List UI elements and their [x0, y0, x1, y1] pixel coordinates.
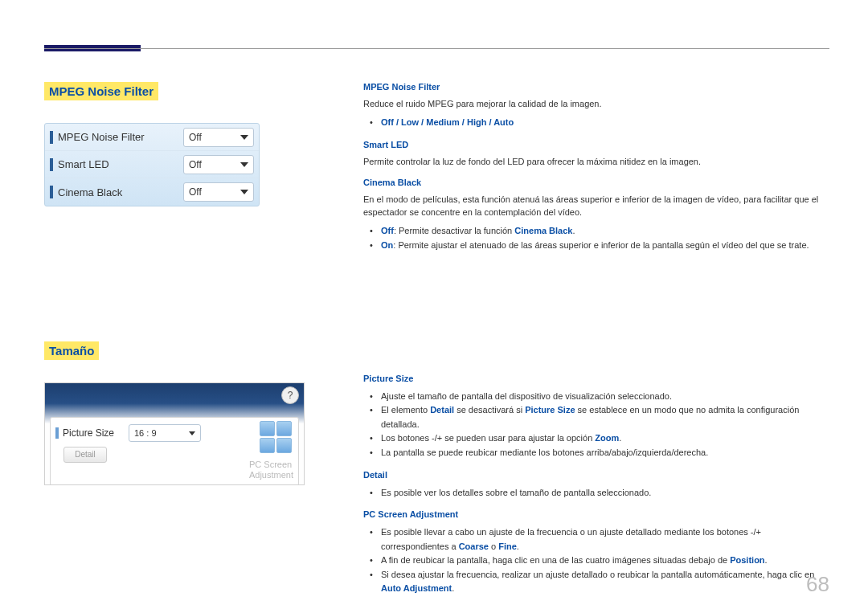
section-title-mpeg: MPEG Noise Filter: [44, 82, 158, 100]
left-column: MPEG Noise Filter MPEG Noise Filter Off …: [44, 82, 317, 485]
mpeg-options-list: Off / Low / Medium / High / Auto: [363, 116, 829, 130]
page-number: 68: [806, 572, 829, 597]
t: El elemento: [381, 405, 430, 415]
opt-on-label: On: [381, 240, 393, 250]
list-item: Off: Permite desactivar la función Cinem…: [381, 224, 829, 239]
t: Es posible llevar a cabo un ajuste de la…: [381, 527, 761, 551]
position-grid[interactable]: [260, 421, 292, 453]
chevron-down-icon: [240, 162, 248, 167]
t-coarse: Coarse: [459, 541, 489, 551]
desc-smartled: Permite controlar la luz de fondo del LE…: [363, 156, 829, 169]
position-cell[interactable]: [260, 421, 275, 436]
pcadj-list: Es posible llevar a cabo un ajuste de la…: [363, 525, 829, 596]
heading-picsize: Picture Size: [363, 374, 829, 383]
heading-pcadj: PC Screen Adjustment: [363, 509, 829, 519]
detail-button[interactable]: Detail: [63, 447, 107, 463]
row-label: MPEG Noise Filter: [58, 131, 183, 143]
mpeg-dropdown[interactable]: Off: [183, 128, 254, 147]
t: o: [489, 541, 498, 551]
chevron-down-icon: [189, 431, 195, 435]
row-bar-icon: [50, 158, 53, 171]
list-item: La pantalla se puede reubicar mediante l…: [381, 446, 829, 460]
list-item: On: Permite ajustar el atenuado de las á…: [381, 239, 829, 253]
panel-row-smartled: Smart LED Off: [45, 151, 259, 178]
desc-mpeg: Reduce el ruido MPEG para mejorar la cal…: [363, 98, 829, 111]
list-item: Los botones -/+ se pueden usar para ajus…: [381, 431, 829, 446]
tamano-inner: Picture Size 16 : 9 Detail PC Screen Adj…: [50, 417, 299, 485]
picsize-list: Ajuste el tamaño de pantalla del disposi…: [363, 390, 829, 460]
opt-off-label: Off: [381, 226, 394, 235]
list-item: Off / Low / Medium / High / Auto: [381, 116, 829, 130]
heading-cinema: Cinema Black: [363, 178, 829, 187]
dropdown-value: Off: [189, 186, 202, 198]
list-item: A fin de reubicar la pantalla, haga clic…: [381, 554, 829, 568]
row-label: Smart LED: [58, 158, 183, 170]
desc-cinema: En el modo de películas, esta función at…: [363, 194, 829, 219]
chevron-down-icon: [240, 135, 248, 140]
t-zoom: Zoom: [595, 433, 619, 443]
help-icon[interactable]: ?: [281, 386, 299, 404]
t-fine: Fine: [498, 541, 517, 551]
position-cell[interactable]: [276, 421, 292, 436]
opt-off-feature: Cinema Black: [514, 226, 572, 235]
position-cell[interactable]: [276, 438, 292, 453]
heading-mpeg: MPEG Noise Filter: [363, 82, 829, 92]
panel-row-cinema: Cinema Black Off: [45, 178, 259, 206]
t: Si desea ajustar la frecuencia, realizar…: [381, 570, 814, 579]
picture-size-label: Picture Size: [63, 427, 129, 439]
list-item: Ajuste el tamaño de pantalla del disposi…: [381, 390, 829, 404]
chevron-down-icon: [240, 190, 248, 194]
right-block-tamano: Picture Size Ajuste el tamaño de pantall…: [363, 374, 829, 597]
detail-list: Es posible ver los detalles sobre el tam…: [363, 486, 829, 501]
opt-off-text: : Permite desactivar la función: [394, 226, 514, 235]
t-position: Position: [730, 555, 764, 565]
dropdown-value: 16 : 9: [134, 428, 157, 438]
t: A fin de reubicar la pantalla, haga clic…: [381, 555, 730, 565]
smartled-dropdown[interactable]: Off: [183, 155, 254, 174]
mpeg-panel: MPEG Noise Filter Off Smart LED Off Cine…: [44, 123, 260, 206]
pc-adjust-label: PC Screen Adjustment: [249, 460, 293, 480]
row-bar-icon: [50, 186, 53, 198]
list-item: El elemento Detail se desactivará si Pic…: [381, 403, 829, 431]
cinema-dropdown[interactable]: Off: [183, 182, 254, 202]
section-title-tamano: Tamaño: [44, 341, 99, 360]
position-cell[interactable]: [260, 438, 275, 453]
list-item: Si desea ajustar la frecuencia, realizar…: [381, 568, 829, 596]
row-label: Cinema Black: [58, 186, 183, 198]
picture-size-dropdown[interactable]: 16 : 9: [129, 424, 201, 442]
panel-row-mpeg: MPEG Noise Filter Off: [45, 124, 259, 151]
tamano-panel: ? Picture Size 16 : 9 Detail PC Screen A…: [44, 382, 305, 485]
dropdown-value: Off: [189, 132, 202, 143]
heading-smartled: Smart LED: [363, 140, 829, 149]
opt-on-text: : Permite ajustar el atenuado de las áre…: [393, 240, 809, 250]
t-detail: Detail: [430, 405, 454, 415]
right-column: MPEG Noise Filter Reduce el ruido MPEG p…: [363, 82, 829, 601]
row-bar-icon: [55, 427, 59, 439]
heading-detail: Detail: [363, 470, 829, 480]
mpeg-options: Off / Low / Medium / High / Auto: [381, 117, 514, 127]
picture-size-row: Picture Size 16 : 9: [55, 423, 293, 443]
t-auto: Auto Adjustment: [381, 583, 452, 593]
list-item: Es posible llevar a cabo un ajuste de la…: [381, 525, 829, 554]
dropdown-value: Off: [189, 159, 202, 170]
t: se desactivará si: [454, 405, 525, 415]
header-rule: [44, 48, 829, 49]
row-bar-icon: [50, 131, 53, 144]
cinema-options-list: Off: Permite desactivar la función Cinem…: [363, 224, 829, 252]
t: Los botones -/+ se pueden usar para ajus…: [381, 433, 595, 443]
t-ps: Picture Size: [525, 405, 575, 415]
list-item: Es posible ver los detalles sobre el tam…: [381, 486, 829, 501]
